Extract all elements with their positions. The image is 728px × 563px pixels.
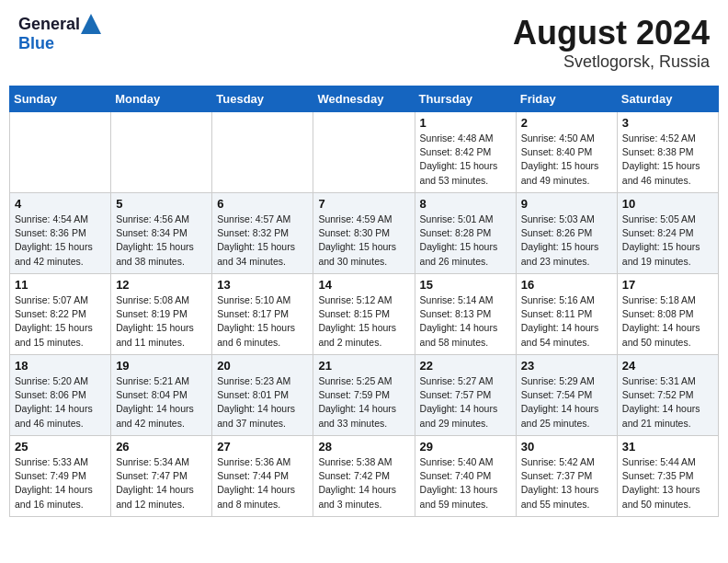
day-info: Sunrise: 5:44 AM Sunset: 7:35 PM Dayligh… [622,455,713,511]
day-info: Sunrise: 5:21 AM Sunset: 8:04 PM Dayligh… [116,374,207,431]
day-cell: 27Sunrise: 5:36 AM Sunset: 7:44 PM Dayli… [212,436,313,517]
day-cell [10,112,111,193]
day-info: Sunrise: 5:05 AM Sunset: 8:24 PM Dayligh… [622,213,713,269]
day-info: Sunrise: 4:59 AM Sunset: 8:30 PM Dayligh… [318,213,409,269]
day-cell: 31Sunrise: 5:44 AM Sunset: 7:35 PM Dayli… [617,436,718,517]
day-number: 14 [318,278,409,292]
day-cell: 10Sunrise: 5:05 AM Sunset: 8:24 PM Dayli… [617,193,718,274]
day-info: Sunrise: 5:18 AM Sunset: 8:08 PM Dayligh… [622,293,713,350]
day-info: Sunrise: 4:52 AM Sunset: 8:38 PM Dayligh… [622,132,713,188]
day-number: 17 [622,278,713,292]
day-cell: 22Sunrise: 5:27 AM Sunset: 7:57 PM Dayli… [415,355,516,436]
day-info: Sunrise: 4:50 AM Sunset: 8:40 PM Dayligh… [521,132,612,188]
day-cell: 24Sunrise: 5:31 AM Sunset: 7:52 PM Dayli… [617,355,718,436]
day-cell: 12Sunrise: 5:08 AM Sunset: 8:19 PM Dayli… [111,274,212,355]
day-info: Sunrise: 5:03 AM Sunset: 8:26 PM Dayligh… [521,213,612,269]
day-number: 5 [116,197,207,211]
day-number: 22 [420,359,511,373]
day-cell: 21Sunrise: 5:25 AM Sunset: 7:59 PM Dayli… [313,355,415,436]
day-cell: 16Sunrise: 5:16 AM Sunset: 8:11 PM Dayli… [516,274,617,355]
day-info: Sunrise: 5:14 AM Sunset: 8:13 PM Dayligh… [420,293,511,350]
header-friday: Friday [516,86,617,112]
day-info: Sunrise: 5:01 AM Sunset: 8:28 PM Dayligh… [420,213,511,269]
title-location: Svetlogorsk, Russia [513,52,710,72]
day-info: Sunrise: 5:31 AM Sunset: 7:52 PM Dayligh… [622,374,713,431]
day-cell: 11Sunrise: 5:07 AM Sunset: 8:22 PM Dayli… [10,274,111,355]
header-tuesday: Tuesday [212,86,313,112]
logo-icon [81,14,101,34]
day-cell: 23Sunrise: 5:29 AM Sunset: 7:54 PM Dayli… [516,355,617,436]
day-info: Sunrise: 4:56 AM Sunset: 8:34 PM Dayligh… [116,213,207,269]
header-wednesday: Wednesday [313,86,415,112]
day-number: 10 [622,197,713,211]
day-number: 26 [116,440,207,454]
day-cell: 14Sunrise: 5:12 AM Sunset: 8:15 PM Dayli… [313,274,415,355]
day-info: Sunrise: 5:42 AM Sunset: 7:37 PM Dayligh… [521,455,612,511]
week-row-1: 1Sunrise: 4:48 AM Sunset: 8:42 PM Daylig… [10,112,719,193]
day-cell: 19Sunrise: 5:21 AM Sunset: 8:04 PM Dayli… [111,355,212,436]
day-info: Sunrise: 4:57 AM Sunset: 8:32 PM Dayligh… [217,213,308,269]
day-number: 15 [420,278,511,292]
day-cell: 5Sunrise: 4:56 AM Sunset: 8:34 PM Daylig… [111,193,212,274]
day-info: Sunrise: 5:33 AM Sunset: 7:49 PM Dayligh… [15,455,106,511]
day-number: 18 [15,359,106,373]
day-cell: 30Sunrise: 5:42 AM Sunset: 7:37 PM Dayli… [516,436,617,517]
day-number: 28 [318,440,409,454]
day-info: Sunrise: 5:38 AM Sunset: 7:42 PM Dayligh… [318,455,409,511]
day-number: 16 [521,278,612,292]
day-info: Sunrise: 5:25 AM Sunset: 7:59 PM Dayligh… [318,374,409,431]
day-info: Sunrise: 5:10 AM Sunset: 8:17 PM Dayligh… [217,293,308,350]
logo-general-text: General [18,15,80,34]
calendar-header-row: SundayMondayTuesdayWednesdayThursdayFrid… [10,86,719,112]
day-cell: 4Sunrise: 4:54 AM Sunset: 8:36 PM Daylig… [10,193,111,274]
day-number: 21 [318,359,409,373]
day-number: 12 [116,278,207,292]
day-info: Sunrise: 5:07 AM Sunset: 8:22 PM Dayligh… [15,293,106,350]
day-cell [313,112,415,193]
day-cell: 13Sunrise: 5:10 AM Sunset: 8:17 PM Dayli… [212,274,313,355]
day-cell: 2Sunrise: 4:50 AM Sunset: 8:40 PM Daylig… [516,112,617,193]
day-cell: 3Sunrise: 4:52 AM Sunset: 8:38 PM Daylig… [617,112,718,193]
logo: General Blue [18,14,101,53]
day-number: 31 [622,440,713,454]
day-cell [111,112,212,193]
week-row-3: 11Sunrise: 5:07 AM Sunset: 8:22 PM Dayli… [10,274,719,355]
day-info: Sunrise: 5:12 AM Sunset: 8:15 PM Dayligh… [318,293,409,350]
day-number: 29 [420,440,511,454]
logo-blue-text: Blue [18,34,54,52]
day-number: 2 [521,116,612,130]
day-info: Sunrise: 5:16 AM Sunset: 8:11 PM Dayligh… [521,293,612,350]
day-number: 7 [318,197,409,211]
day-number: 23 [521,359,612,373]
day-cell: 18Sunrise: 5:20 AM Sunset: 8:06 PM Dayli… [10,355,111,436]
day-cell: 8Sunrise: 5:01 AM Sunset: 8:28 PM Daylig… [415,193,516,274]
day-info: Sunrise: 5:40 AM Sunset: 7:40 PM Dayligh… [420,455,511,511]
day-number: 6 [217,197,308,211]
day-info: Sunrise: 5:23 AM Sunset: 8:01 PM Dayligh… [217,374,308,431]
day-number: 8 [420,197,511,211]
day-number: 13 [217,278,308,292]
week-row-2: 4Sunrise: 4:54 AM Sunset: 8:36 PM Daylig… [10,193,719,274]
day-info: Sunrise: 5:08 AM Sunset: 8:19 PM Dayligh… [116,293,207,350]
day-cell: 26Sunrise: 5:34 AM Sunset: 7:47 PM Dayli… [111,436,212,517]
week-row-4: 18Sunrise: 5:20 AM Sunset: 8:06 PM Dayli… [10,355,719,436]
day-info: Sunrise: 5:29 AM Sunset: 7:54 PM Dayligh… [521,374,612,431]
day-cell: 25Sunrise: 5:33 AM Sunset: 7:49 PM Dayli… [10,436,111,517]
day-number: 19 [116,359,207,373]
day-number: 20 [217,359,308,373]
day-cell: 29Sunrise: 5:40 AM Sunset: 7:40 PM Dayli… [415,436,516,517]
title-block: August 2024 Svetlogorsk, Russia [513,14,710,72]
day-cell: 1Sunrise: 4:48 AM Sunset: 8:42 PM Daylig… [415,112,516,193]
day-cell [212,112,313,193]
day-info: Sunrise: 5:27 AM Sunset: 7:57 PM Dayligh… [420,374,511,431]
day-cell: 20Sunrise: 5:23 AM Sunset: 8:01 PM Dayli… [212,355,313,436]
day-cell: 9Sunrise: 5:03 AM Sunset: 8:26 PM Daylig… [516,193,617,274]
day-info: Sunrise: 5:20 AM Sunset: 8:06 PM Dayligh… [15,374,106,431]
day-cell: 17Sunrise: 5:18 AM Sunset: 8:08 PM Dayli… [617,274,718,355]
day-cell: 15Sunrise: 5:14 AM Sunset: 8:13 PM Dayli… [415,274,516,355]
day-number: 1 [420,116,511,130]
calendar-table: SundayMondayTuesdayWednesdayThursdayFrid… [9,86,719,517]
day-number: 30 [521,440,612,454]
day-number: 27 [217,440,308,454]
day-number: 4 [15,197,106,211]
